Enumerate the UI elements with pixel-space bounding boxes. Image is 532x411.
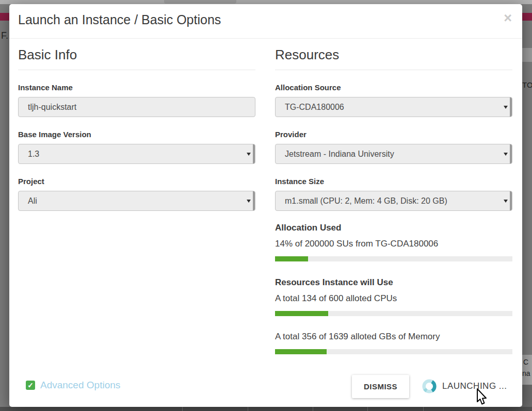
cpu-usage-detail: A total 134 of 600 alloted CPUs [275, 293, 512, 304]
select-edge [253, 191, 255, 210]
dialog-body: Basic Info Instance Name Base Image Vers… [9, 39, 522, 354]
base-image-version-select[interactable]: 1.3 [18, 144, 255, 164]
basic-info-section: Basic Info Instance Name Base Image Vers… [18, 39, 255, 354]
background-text-fragment: na [522, 369, 530, 377]
background-fragment-dark [522, 385, 532, 407]
resources-heading: Resources [275, 47, 512, 70]
project-label: Project [18, 177, 255, 186]
base-image-version-label: Base Image Version [18, 130, 255, 139]
background-fragment-band [522, 48, 532, 62]
instance-usage-label: Resources Instance will Use [275, 277, 512, 288]
chevron-down-icon [504, 106, 508, 109]
provider-label: Provider [275, 130, 512, 139]
select-edge [253, 144, 255, 163]
cpu-usage-progressbar [275, 311, 512, 316]
chevron-down-icon [247, 200, 251, 203]
mouse-cursor [474, 388, 487, 407]
background-nav-bar: Dashboard Projects Images ? Help [0, 0, 532, 4]
memory-usage-detail: A total 356 of 1639 alloted GBs of Memor… [275, 332, 512, 342]
instance-size-select[interactable]: m1.small (CPU: 2, Mem: 4 GB, Disk: 20 GB… [275, 191, 512, 211]
allocation-used-label: Allocation Used [275, 223, 512, 233]
memory-usage-progressbar [275, 349, 512, 354]
chevron-down-icon [247, 153, 251, 156]
launch-instance-dialog: Launch an Instance / Basic Options × Bas… [9, 4, 522, 407]
basic-info-heading: Basic Info [18, 47, 255, 70]
instance-name-label: Instance Name [18, 83, 255, 92]
selected-value: Jetstream - Indiana University [285, 150, 394, 159]
allocation-source-select[interactable]: TG-CDA180006 [275, 97, 512, 117]
loading-spinner-icon [422, 379, 437, 394]
chevron-down-icon [504, 153, 508, 156]
allocation-used-progressbar [275, 256, 512, 261]
select-edge [510, 191, 512, 210]
progressbar-fill [275, 349, 327, 354]
close-icon[interactable]: × [504, 11, 512, 25]
dismiss-button[interactable]: DISMISS [352, 375, 409, 398]
allocation-used-detail: 14% of 200000 SUs from TG-CDA180006 [275, 239, 512, 249]
instance-size-label: Instance Size [275, 177, 512, 186]
project-select[interactable]: Ali [18, 191, 255, 211]
progressbar-fill [275, 311, 328, 316]
dialog-header: Launch an Instance / Basic Options × [9, 4, 522, 39]
provider-select[interactable]: Jetstream - Indiana University [275, 144, 512, 164]
nav-active-highlight [164, 0, 236, 4]
checkbox-checked-icon: ✓ [26, 381, 35, 390]
launching-button[interactable]: LAUNCHING ... [422, 379, 507, 394]
background-text-fragment: F. [1, 30, 8, 41]
progressbar-fill [275, 256, 308, 261]
selected-value: Ali [28, 196, 37, 206]
selected-value: TG-CDA180006 [285, 103, 344, 112]
resources-section: Resources Allocation Source TG-CDA180006… [275, 39, 512, 354]
background-text-fragment: C [523, 358, 528, 366]
select-edge [510, 97, 512, 117]
select-edge [510, 144, 512, 163]
selected-value: 1.3 [28, 150, 39, 159]
chevron-down-icon [504, 200, 508, 203]
advanced-options-link[interactable]: ✓ Advanced Options [26, 380, 120, 391]
background-text-fragment: TO [522, 80, 532, 89]
background-bottom-strip [0, 407, 532, 411]
selected-value: m1.small (CPU: 2, Mem: 4 GB, Disk: 20 GB… [285, 196, 447, 206]
allocation-source-label: Allocation Source [275, 83, 512, 92]
instance-name-input[interactable] [18, 97, 255, 117]
dialog-title: Launch an Instance / Basic Options [18, 12, 522, 27]
advanced-options-label: Advanced Options [40, 380, 120, 391]
